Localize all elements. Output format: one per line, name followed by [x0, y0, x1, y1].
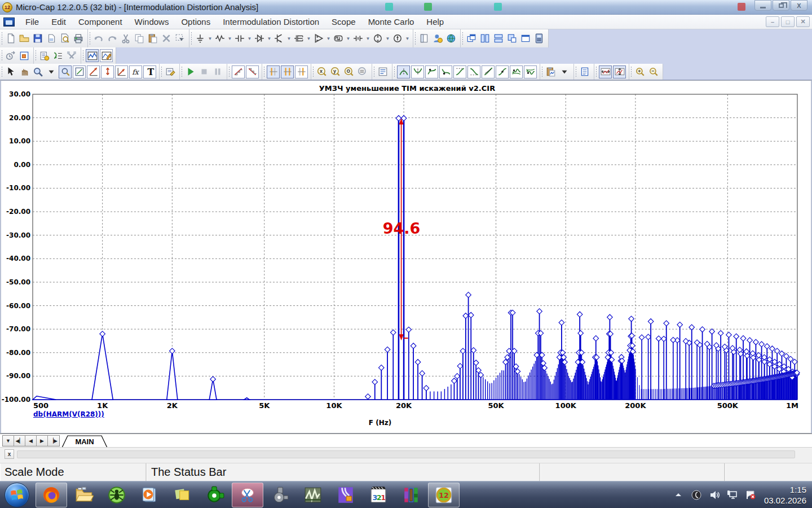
tab-list-icon[interactable]: ▼ — [3, 436, 14, 446]
cursor-slope-icon[interactable] — [482, 65, 495, 78]
taskbar-sticky-notes-icon[interactable] — [166, 483, 198, 507]
last-tab-icon[interactable]: ▕▶ — [48, 436, 59, 446]
cursor-rise-icon[interactable] — [453, 65, 466, 78]
find-zoom-icon[interactable] — [342, 65, 356, 78]
scale-y-icon[interactable] — [101, 65, 114, 78]
resistor-icon[interactable] — [213, 32, 227, 45]
current-source-icon[interactable] — [391, 32, 404, 45]
mdi-minimize-button[interactable]: – — [766, 16, 779, 27]
auto-scale-h-icon[interactable] — [599, 65, 612, 78]
cursor-fall-icon[interactable] — [467, 65, 480, 78]
taskbar-converter-icon[interactable] — [199, 483, 231, 507]
auto-scale-v-icon[interactable] — [613, 65, 626, 78]
select-arrow-icon[interactable] — [4, 65, 17, 78]
numeric-output-icon[interactable] — [578, 65, 592, 78]
maximize-window-icon[interactable] — [519, 32, 532, 45]
zoom-in-icon[interactable] — [633, 65, 647, 78]
opamp-icon[interactable] — [312, 32, 325, 45]
mode-dropdown-icon[interactable] — [45, 65, 58, 78]
nmos-transistor-icon[interactable] — [292, 32, 306, 45]
nmos-transistor-dropdown-icon[interactable]: ▼ — [306, 32, 312, 45]
edit-plot-icon[interactable] — [100, 49, 113, 62]
scale-box-icon[interactable] — [59, 65, 72, 78]
revert-icon[interactable] — [45, 32, 58, 45]
paste-icon[interactable] — [146, 32, 160, 45]
cursor-both-icon[interactable] — [281, 65, 294, 78]
cursor-valley-icon[interactable] — [411, 65, 424, 78]
taskbar-winrar-icon[interactable] — [395, 483, 427, 507]
properties-icon[interactable] — [164, 65, 177, 78]
restore-button[interactable] — [773, 0, 789, 11]
cursor-global-low-icon[interactable] — [524, 65, 537, 78]
scrollbar-track[interactable] — [17, 450, 795, 458]
plot-legend[interactable]: db(HARM(V(R28))) — [33, 410, 104, 418]
taskbar-clamp-tool-icon[interactable] — [264, 483, 296, 507]
save-icon[interactable] — [31, 32, 45, 45]
spectrum-plot[interactable]: 30.0020.0010.000.00-10.00-20.00-30.00-40… — [1, 81, 811, 433]
mdi-restore-button[interactable]: □ — [781, 16, 795, 27]
copy-waveform-icon[interactable] — [544, 65, 558, 78]
tile-vertical-icon[interactable] — [478, 32, 492, 45]
voltage-source-icon[interactable] — [371, 32, 385, 45]
capacitor-dropdown-icon[interactable]: ▼ — [246, 32, 253, 45]
tile-horizontal-icon[interactable] — [492, 32, 505, 45]
menu-item-windows[interactable]: Windows — [129, 15, 175, 28]
taskbar-media-player-icon[interactable] — [134, 483, 165, 507]
select-rect-icon[interactable] — [173, 32, 187, 45]
speaker-icon[interactable] — [707, 488, 722, 502]
open-folder-icon[interactable] — [17, 32, 31, 45]
calculator-icon[interactable] — [532, 32, 546, 45]
pause-icon[interactable] — [211, 65, 224, 78]
taskbar-microcap-12-icon[interactable]: 12 — [428, 483, 460, 507]
mdi-close-button[interactable]: ✕ — [796, 16, 810, 27]
taskbar-spider-icon[interactable] — [101, 483, 133, 507]
prev-tab-icon[interactable]: ◀ — [25, 436, 37, 446]
copy-icon[interactable] — [133, 32, 146, 45]
start-button[interactable] — [5, 483, 29, 507]
menu-item-file[interactable]: File — [19, 15, 45, 28]
text-tool-icon[interactable]: T — [143, 65, 156, 78]
cut-icon[interactable] — [119, 32, 133, 45]
delete-icon[interactable] — [160, 32, 173, 45]
cursor-global-high-icon[interactable] — [510, 65, 523, 78]
pan-hand-icon[interactable] — [17, 65, 31, 78]
scroll-close-button[interactable]: x — [5, 449, 14, 459]
clip-dropdown-icon[interactable] — [558, 65, 571, 78]
next-tab-icon[interactable]: ▶ — [37, 436, 48, 446]
animate-icon[interactable] — [4, 49, 17, 63]
capacitor-icon[interactable] — [233, 32, 246, 45]
volume-mixer-icon[interactable] — [689, 488, 704, 502]
network-icon[interactable] — [725, 488, 740, 502]
cursor-low-icon[interactable] — [439, 65, 452, 78]
horizontal-scrollbar[interactable]: x — [0, 447, 812, 463]
cursor-high-icon[interactable] — [425, 65, 438, 78]
user-settings-icon[interactable] — [431, 32, 444, 45]
menu-item-intermodulation-distortion[interactable]: Intermodulation Distortion — [217, 15, 325, 28]
component-info-icon[interactable] — [417, 32, 431, 45]
zoom-out-icon[interactable] — [647, 65, 660, 78]
menu-item-component[interactable]: Component — [72, 15, 129, 28]
taskbar-virtualdub-icon[interactable] — [330, 483, 361, 507]
print-icon[interactable] — [72, 32, 85, 45]
diode-icon[interactable] — [253, 32, 266, 45]
taskbar-mpc-321-icon[interactable]: 321 — [363, 483, 394, 507]
action-center-icon[interactable] — [743, 488, 758, 502]
taskbar-firefox-icon[interactable] — [36, 483, 67, 507]
ground-dropdown-icon[interactable]: ▼ — [207, 32, 213, 45]
repair-icon[interactable] — [65, 49, 78, 63]
cursor-peak-icon[interactable] — [397, 65, 410, 78]
current-source-dropdown-icon[interactable]: ▼ — [404, 32, 411, 45]
go-to-x-icon[interactable]: x — [315, 65, 329, 78]
taskbar-explorer-icon[interactable] — [68, 483, 100, 507]
taskbar-snipping-tool-icon[interactable] — [232, 483, 263, 507]
cascade-icon[interactable] — [465, 32, 478, 45]
redo-icon[interactable] — [105, 32, 119, 45]
opamp-dropdown-icon[interactable]: ▼ — [325, 32, 332, 45]
preferences-icon[interactable] — [38, 49, 51, 63]
diode-dropdown-icon[interactable]: ▼ — [266, 32, 272, 45]
taskbar-clock[interactable]: 1:15 03.02.2026 — [764, 484, 806, 506]
overlap-icon[interactable] — [505, 32, 519, 45]
slope-neg-icon[interactable] — [246, 65, 259, 78]
cursor-right-icon[interactable] — [295, 65, 308, 78]
stop-icon[interactable] — [197, 65, 211, 78]
